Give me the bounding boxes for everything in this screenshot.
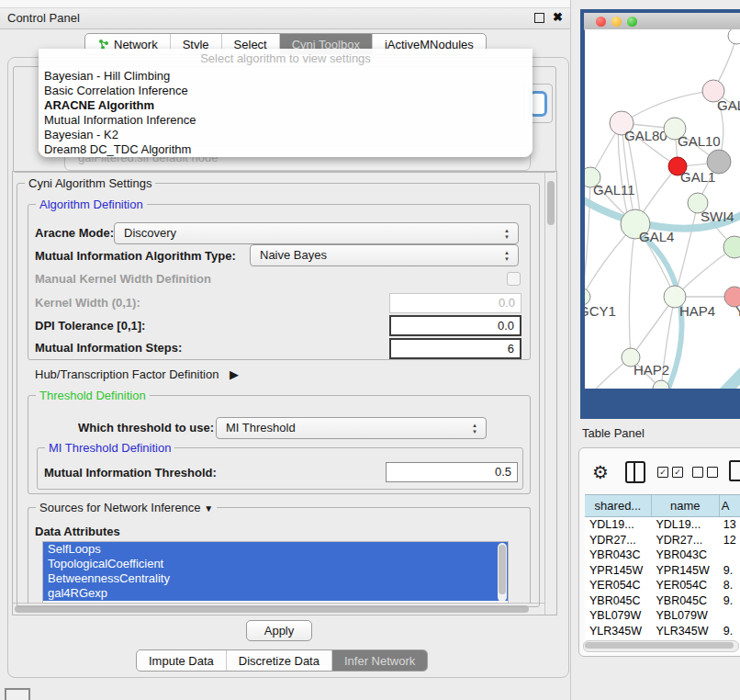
spinner-arrows-icon[interactable]: ▴▾ [502, 245, 511, 269]
table-cell[interactable]: YBR045C [585, 593, 651, 609]
attributes-scrollbar[interactable] [498, 543, 507, 602]
table-cell[interactable]: 9. [719, 563, 740, 579]
document-icon[interactable] [729, 460, 740, 481]
table-row[interactable]: YLR345WYLR345W9. [585, 624, 740, 639]
gear-icon[interactable]: ⚙ [592, 461, 609, 483]
tab-discretize-data[interactable]: Discretize Data [226, 650, 331, 671]
algorithm-option[interactable]: Bayesian - K2 [39, 128, 533, 142]
mi-steps-field[interactable]: 6 [389, 338, 521, 359]
table-cell[interactable]: 12 [719, 533, 740, 548]
window-top-strip [0, 0, 570, 8]
table-cell[interactable]: YBL079W [651, 608, 718, 624]
table-cell[interactable]: YBR045C [651, 593, 718, 609]
settings-vertical-scrollbar[interactable] [544, 172, 556, 615]
scrollbar-thumb[interactable] [585, 642, 734, 649]
table-cell[interactable]: 13 [719, 517, 740, 533]
table-cell[interactable]: YLR345W [585, 624, 651, 639]
table-row[interactable]: YBR043CYBR043C [585, 548, 740, 563]
hub-definition-toggle[interactable]: Hub/Transcription Factor Definition ▶ [35, 367, 239, 381]
which-threshold-value: MI Threshold [226, 421, 296, 435]
manual-kernel-checkbox[interactable] [507, 272, 521, 286]
minimize-traffic-light-icon[interactable] [611, 17, 622, 27]
table-cell[interactable]: YPR145W [651, 563, 718, 579]
table-panel-title: Table Panel [582, 426, 645, 440]
scrollbar-thumb[interactable] [499, 545, 506, 594]
table-cell[interactable]: YDL19... [585, 517, 651, 533]
table-cell[interactable]: YBR043C [651, 548, 718, 563]
network-canvas[interactable]: GALGAL80GAL10GAL1GAL11SWI4GAL4GCY1HAP4YH… [585, 29, 740, 389]
apply-button[interactable]: Apply [246, 620, 312, 641]
data-attributes-list: SelfLoopsTopologicalCoefficientBetweenne… [42, 541, 509, 604]
column-header[interactable]: shared... [585, 495, 652, 516]
network-window-titlebar[interactable] [584, 13, 740, 30]
network-node-label: GCY1 [585, 303, 616, 319]
table-cell[interactable] [719, 608, 740, 624]
data-attribute-item[interactable]: BetweennessCentrality [43, 571, 508, 586]
data-attribute-item[interactable]: SelfLoops [43, 542, 508, 557]
zoom-traffic-light-icon[interactable] [627, 17, 637, 27]
table-row[interactable]: YPR145WYPR145W9. [585, 563, 740, 579]
mi-steps-label: Mutual Information Steps: [35, 341, 182, 355]
network-view-window: GALGAL80GAL10GAL1GAL11SWI4GAL4GCY1HAP4YH… [580, 9, 740, 419]
table-cell[interactable]: YER054C [651, 578, 718, 593]
spinner-arrows-icon[interactable]: ▴▾ [470, 418, 479, 442]
split-columns-icon[interactable] [625, 461, 645, 483]
table-horizontal-scrollbar[interactable] [583, 640, 739, 652]
tab-impute-data[interactable]: Impute Data [137, 650, 226, 671]
minimized-window-icon[interactable] [5, 688, 30, 700]
table-row[interactable]: YBR045CYBR045C9. [585, 593, 740, 609]
network-node[interactable] [653, 380, 669, 389]
network-node[interactable] [728, 29, 740, 44]
table-cell[interactable]: 8. [719, 578, 740, 593]
sources-title[interactable]: Sources for Network Inference ▼ [36, 501, 217, 514]
table-cell[interactable]: YLR345W [651, 624, 718, 639]
dpi-tolerance-field[interactable]: 0.0 [389, 315, 521, 336]
network-node-label: SWI4 [701, 209, 734, 224]
aracne-mode-combo[interactable]: Discovery ▴▾ [114, 222, 519, 244]
table-cell[interactable]: YBR043C [585, 548, 651, 563]
tab-infer-network[interactable]: Infer Network [331, 650, 427, 671]
table-cell[interactable]: YDL19... [651, 517, 718, 533]
mi-type-combo[interactable]: Naive Bayes ▴▾ [250, 244, 519, 266]
algorithm-option[interactable]: Bayesian - Hill Climbing [39, 69, 533, 84]
node-table: shared... name A YDL19...YDL19...13YDR27… [585, 494, 740, 654]
table-cell[interactable]: YDR27... [585, 533, 651, 548]
scrollbar-thumb[interactable] [547, 181, 555, 225]
table-row[interactable]: YBL079WYBL079W [585, 608, 740, 624]
network-edge [585, 177, 590, 297]
algorithm-option[interactable]: Mutual Information Inference [39, 113, 533, 128]
table-cell[interactable]: YER054C [585, 578, 651, 593]
table-cell[interactable]: YBL079W [585, 608, 651, 624]
close-traffic-light-icon[interactable] [596, 17, 606, 27]
algorithm-option[interactable]: ARACNE Algorithm [39, 98, 533, 113]
checked-box-icon[interactable]: ✓ [657, 467, 668, 478]
sources-title-label: Sources for Network Inference [39, 501, 201, 514]
panel-divider [570, 0, 571, 700]
checked-box-icon[interactable]: ✓ [672, 467, 683, 478]
table-cell[interactable] [719, 548, 740, 563]
float-window-icon[interactable] [534, 13, 544, 23]
close-icon[interactable]: ✖ [553, 10, 563, 24]
data-attribute-item[interactable]: gal4RGexp [43, 586, 508, 601]
network-node[interactable] [707, 150, 731, 174]
unchecked-box-icon[interactable] [692, 467, 703, 478]
table-cell[interactable]: YPR145W [585, 563, 651, 579]
unchecked-box-icon[interactable] [707, 467, 718, 478]
tab-infer-network-label: Infer Network [344, 654, 415, 668]
table-cell[interactable]: 9. [719, 593, 740, 609]
mi-threshold-field[interactable]: 0.5 [386, 462, 518, 482]
column-header[interactable]: name [652, 495, 720, 516]
table-row[interactable]: YER054CYER054C8. [585, 578, 740, 593]
which-threshold-combo[interactable]: MI Threshold ▴▾ [216, 417, 487, 439]
algorithm-option[interactable]: Dream8 DC_TDC Algorithm [39, 142, 533, 157]
table-row[interactable]: YDR27...YDR27...12 [585, 533, 740, 548]
algorithm-option[interactable]: Basic Correlation Inference [39, 84, 533, 98]
mi-threshold-label: Mutual Information Threshold: [44, 466, 217, 480]
mi-type-value: Naive Bayes [260, 248, 327, 262]
kernel-width-field[interactable]: 0.0 [389, 293, 521, 313]
table-row[interactable]: YDL19...YDL19...13 [585, 517, 740, 533]
column-header[interactable]: A [720, 495, 740, 516]
table-cell[interactable]: 9. [719, 624, 740, 639]
data-attribute-item[interactable]: TopologicalCoefficient [43, 557, 508, 571]
table-cell[interactable]: YDR27... [651, 533, 718, 548]
